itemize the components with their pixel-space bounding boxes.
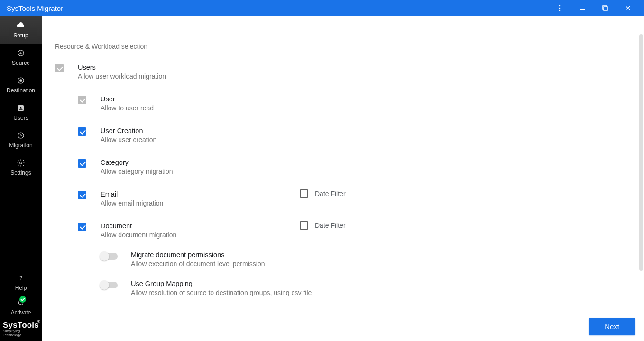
workload-sub: Allow user creation <box>101 136 635 144</box>
brand-logo: SysTools® Simplifying Technology <box>0 320 42 340</box>
minimize-button[interactable] <box>571 0 594 16</box>
workload-sub: Allow document migration <box>101 231 233 239</box>
svg-point-14 <box>20 162 22 164</box>
help-icon <box>16 273 26 283</box>
sidebar-item-users[interactable]: Users <box>0 99 42 126</box>
workload-row-users: Users Allow user workload migration <box>55 63 635 80</box>
workload-row-doc-perms: Migrate document permissions Allow execu… <box>101 251 635 268</box>
workload-title: User <box>101 95 635 103</box>
workload-title: Email <box>101 190 233 198</box>
svg-rect-5 <box>604 7 607 10</box>
section-title: Resource & Workload selection <box>55 43 635 50</box>
app-title: SysTools Migrator <box>7 4 548 12</box>
svg-point-15 <box>20 279 21 280</box>
workload-sub: Allow to user read <box>101 104 635 112</box>
workload-sub: Allow execution of document level permis… <box>131 260 635 268</box>
svg-point-2 <box>559 10 561 11</box>
svg-point-12 <box>20 107 22 108</box>
cloud-icon <box>16 21 26 30</box>
sidebar-item-activate[interactable]: Activate <box>11 295 31 319</box>
user-creation-checkbox[interactable] <box>78 127 86 136</box>
brand-name: SysTools <box>3 321 39 330</box>
sidebar-item-label: Destination <box>7 87 35 94</box>
workload-row-user: User Allow to user read <box>78 95 635 112</box>
migration-icon <box>16 131 26 140</box>
workload-sub: Allow resolution of source to destinatio… <box>131 289 635 296</box>
workload-row-email: Email Allow email migration Date Filter <box>78 190 635 207</box>
source-icon <box>16 48 26 58</box>
category-checkbox[interactable] <box>78 159 86 168</box>
document-checkbox[interactable] <box>78 223 86 231</box>
sidebar-item-setup[interactable]: Setup <box>0 16 42 44</box>
sidebar-item-label: Settings <box>10 170 31 176</box>
sidebar-item-label: Setup <box>13 32 28 39</box>
top-strip <box>42 16 644 34</box>
user-checkbox <box>78 96 86 104</box>
workload-title: Document <box>101 222 233 230</box>
destination-icon <box>16 76 26 85</box>
workload-row-user-creation: User Creation Allow user creation <box>78 127 635 144</box>
sidebar-item-settings[interactable]: Settings <box>0 153 42 181</box>
svg-point-9 <box>20 80 22 82</box>
document-date-filter-checkbox[interactable] <box>300 221 308 230</box>
workload-sub: Allow email migration <box>101 199 233 207</box>
workload-sub: Allow user workload migration <box>78 72 635 80</box>
sidebar: Setup Source Destination Users Migration <box>0 16 42 341</box>
sidebar-item-label: Activate <box>11 309 31 316</box>
workload-title: Users <box>78 63 635 71</box>
email-checkbox[interactable] <box>78 191 86 199</box>
sidebar-item-label: Migration <box>9 142 32 149</box>
close-button[interactable] <box>616 0 639 16</box>
sidebar-item-label: Help <box>15 285 27 291</box>
group-mapping-toggle[interactable] <box>101 282 118 288</box>
sidebar-item-help[interactable]: Help <box>15 270 27 294</box>
titlebar: SysTools Migrator <box>0 0 644 16</box>
doc-perms-toggle[interactable] <box>101 253 118 260</box>
active-indicator-icon <box>19 296 26 303</box>
sidebar-item-label: Users <box>13 115 28 121</box>
window-controls <box>548 0 639 16</box>
document-date-filter-label: Date Filter <box>315 222 346 229</box>
workload-title: Migrate document permissions <box>131 251 635 259</box>
workload-title: User Creation <box>101 127 635 135</box>
maximize-button[interactable] <box>594 0 616 16</box>
workload-title: Use Group Mapping <box>131 280 635 287</box>
workload-row-document: Document Allow document migration Date F… <box>78 222 635 239</box>
workload-sub: Allow category migration <box>101 168 635 175</box>
sidebar-item-label: Source <box>12 60 30 66</box>
users-icon <box>16 103 26 113</box>
sidebar-item-destination[interactable]: Destination <box>0 71 42 99</box>
workload-title: Category <box>101 159 635 166</box>
brand-reg: ® <box>37 320 40 323</box>
svg-point-1 <box>559 8 561 9</box>
email-date-filter-checkbox[interactable] <box>300 189 308 198</box>
workload-row-category: Category Allow category migration <box>78 159 635 175</box>
workload-row-group-mapping: Use Group Mapping Allow resolution of so… <box>101 280 635 296</box>
email-date-filter-label: Date Filter <box>315 190 346 197</box>
more-button[interactable] <box>548 0 571 16</box>
next-button[interactable]: Next <box>589 318 635 335</box>
users-checkbox <box>55 64 64 72</box>
gear-icon <box>16 158 26 168</box>
sidebar-item-migration[interactable]: Migration <box>0 126 42 153</box>
svg-point-0 <box>559 5 561 7</box>
sidebar-item-source[interactable]: Source <box>0 44 42 71</box>
content-area: Resource & Workload selection Users Allo… <box>42 16 644 341</box>
brand-tagline: Simplifying Technology <box>3 329 39 337</box>
